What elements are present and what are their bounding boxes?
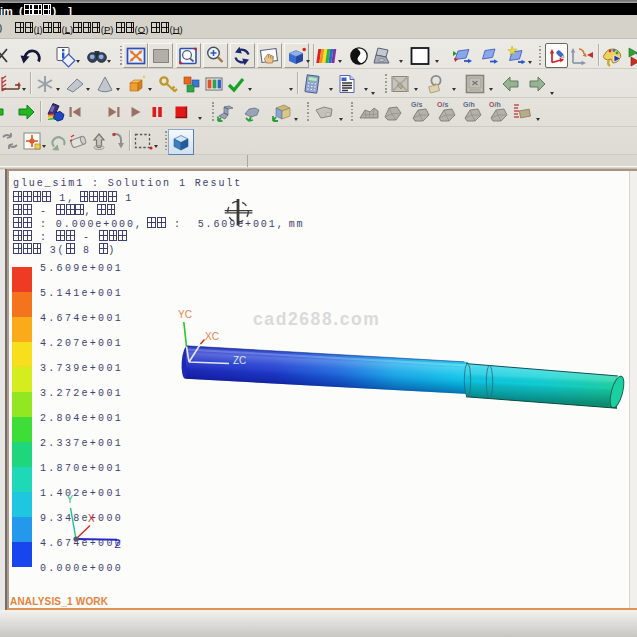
svg-text:XC: XC <box>205 331 219 342</box>
svg-text:Z: Z <box>115 539 121 550</box>
svg-text:X: X <box>88 513 95 524</box>
svg-text:YC: YC <box>178 309 192 320</box>
svg-text:Y: Y <box>67 494 74 505</box>
svg-text:ZC: ZC <box>233 355 246 366</box>
